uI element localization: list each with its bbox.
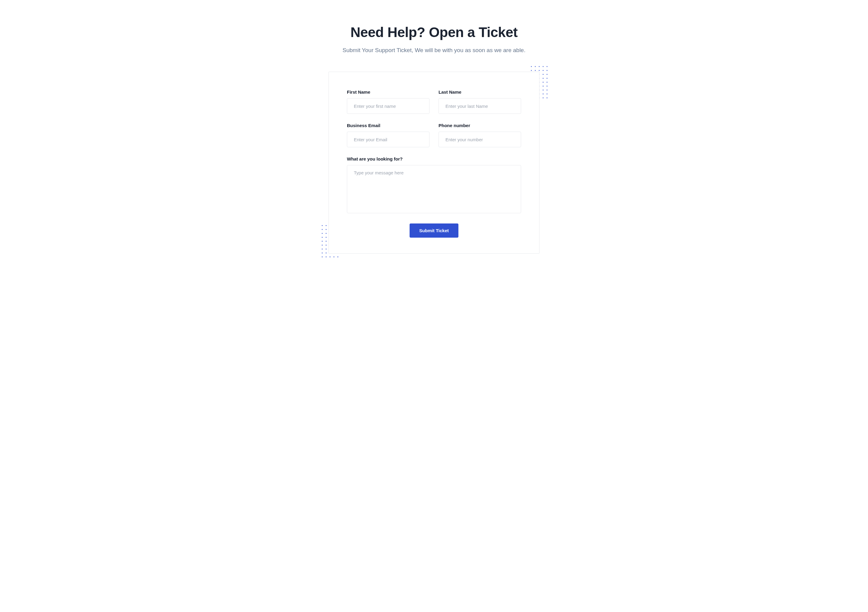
svg-point-33: [543, 90, 544, 91]
email-field-group: Business Email: [347, 123, 429, 147]
last-name-input[interactable]: [439, 98, 521, 114]
svg-point-38: [543, 94, 544, 94]
phone-input[interactable]: [439, 131, 521, 147]
message-textarea[interactable]: [347, 165, 521, 213]
message-field-group: What are you looking for?: [347, 156, 521, 215]
svg-point-50: [322, 229, 323, 230]
svg-point-75: [322, 249, 323, 250]
svg-point-71: [326, 245, 327, 246]
phone-field-group: Phone number: [439, 123, 521, 147]
svg-point-76: [326, 249, 327, 250]
svg-point-5: [531, 70, 532, 71]
page-subtitle: Submit Your Support Ticket, We will be w…: [217, 47, 651, 54]
svg-point-3: [543, 66, 544, 67]
svg-point-4: [547, 66, 548, 67]
last-name-label: Last Name: [439, 90, 521, 94]
svg-point-80: [322, 253, 323, 253]
svg-point-1: [535, 66, 536, 67]
last-name-field-group: Last Name: [439, 90, 521, 114]
svg-point-28: [543, 86, 544, 87]
message-label: What are you looking for?: [347, 156, 521, 161]
svg-point-44: [547, 97, 548, 99]
svg-point-13: [543, 74, 544, 75]
email-label: Business Email: [347, 123, 429, 128]
svg-point-51: [326, 229, 327, 230]
svg-point-6: [535, 70, 536, 71]
svg-point-39: [547, 94, 548, 94]
svg-point-87: [330, 257, 331, 258]
email-input[interactable]: [347, 131, 429, 147]
svg-point-19: [547, 78, 548, 79]
svg-point-61: [326, 237, 327, 238]
phone-label: Phone number: [439, 123, 521, 128]
submit-ticket-button[interactable]: Submit Ticket: [409, 224, 459, 238]
svg-point-70: [322, 245, 323, 246]
svg-point-18: [543, 78, 544, 79]
first-name-field-group: First Name: [347, 90, 429, 114]
svg-point-7: [539, 70, 540, 71]
svg-point-81: [326, 253, 327, 253]
svg-point-8: [543, 70, 544, 71]
svg-point-29: [547, 86, 548, 87]
svg-point-55: [322, 233, 323, 234]
svg-point-0: [531, 66, 532, 67]
first-name-input[interactable]: [347, 98, 429, 114]
svg-point-45: [322, 225, 323, 226]
svg-point-88: [334, 257, 335, 258]
svg-point-9: [547, 70, 548, 71]
first-name-label: First Name: [347, 90, 429, 94]
page-header: Need Help? Open a Ticket Submit Your Sup…: [217, 24, 651, 54]
svg-point-85: [322, 257, 323, 258]
svg-point-46: [326, 225, 327, 226]
svg-point-23: [543, 82, 544, 83]
svg-point-14: [547, 74, 548, 75]
svg-point-34: [547, 90, 548, 91]
support-ticket-form: First Name Last Name Business Email Phon…: [329, 72, 539, 253]
page-title: Need Help? Open a Ticket: [217, 24, 651, 40]
svg-point-24: [547, 82, 548, 83]
svg-point-86: [326, 257, 327, 258]
svg-point-2: [539, 66, 540, 67]
svg-point-56: [326, 233, 327, 234]
svg-point-60: [322, 237, 323, 238]
svg-point-65: [322, 241, 323, 242]
svg-point-89: [338, 257, 338, 258]
svg-point-66: [326, 241, 327, 242]
svg-point-43: [543, 97, 544, 99]
